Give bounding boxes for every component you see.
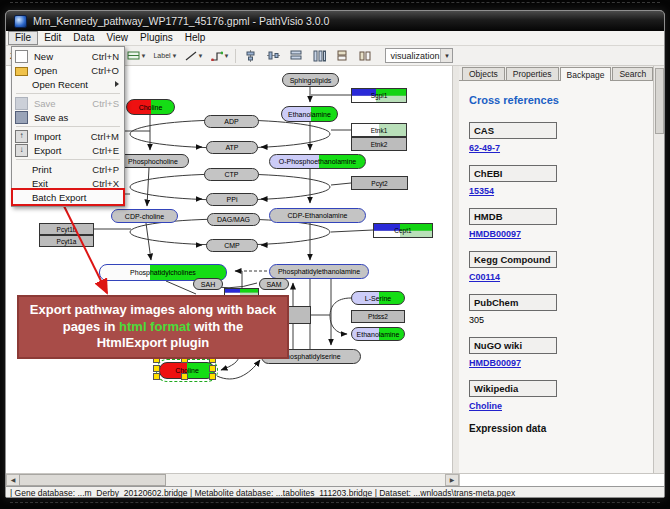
callout-line: pages in html format with the (63, 319, 244, 336)
node-cdp-ethanolamine[interactable]: CDP-Ethanolamine (269, 208, 366, 223)
xref-link[interactable]: Choline (469, 401, 502, 411)
node-ctp[interactable]: CTP (204, 168, 259, 181)
common-width-button[interactable] (310, 47, 328, 64)
node-adp[interactable]: ADP (204, 115, 259, 128)
node-choline-top[interactable]: Choline (126, 99, 175, 115)
file-menu-item-open-recent[interactable]: Open Recent (13, 77, 123, 91)
file-menu-item-save-as[interactable]: Save as (13, 110, 123, 124)
node-cmp[interactable]: CMP (206, 239, 258, 252)
file-menu-item-save[interactable]: SaveCtrl+S (13, 96, 123, 110)
xref-link[interactable]: 62-49-7 (469, 143, 500, 153)
file-menu-item-batch-export[interactable]: Batch Export (13, 190, 123, 204)
callout-text: Export pathway images along with back (30, 302, 276, 317)
file-menu-item-import[interactable]: ↑ImportCtrl+M (13, 129, 123, 143)
stack-horizontal-button[interactable] (356, 47, 374, 64)
xref-link[interactable]: 15354 (469, 186, 494, 196)
node-ethanolamine-top[interactable]: Ethanolamine (281, 106, 338, 122)
menu-view[interactable]: View (100, 31, 134, 45)
connector-icon (211, 51, 223, 61)
scrollbar-thumb[interactable] (19, 474, 166, 486)
datanode-tool-button[interactable]: ▼ (126, 47, 148, 64)
node-pcyt1a[interactable]: Pcyt1a (39, 235, 94, 247)
node-ppi[interactable]: PPi (206, 193, 258, 206)
menu-file[interactable]: File (8, 31, 38, 45)
tab-objects[interactable]: Objects (462, 67, 505, 80)
node-o-phosphoethanolamine[interactable]: O-Phosphoethanolamine (269, 154, 366, 169)
menu-item-label: Export (34, 145, 92, 156)
selection-handle[interactable] (181, 373, 188, 380)
import-icon: ↑ (15, 130, 28, 143)
xref-link[interactable]: HMDB00097 (469, 229, 521, 239)
tab-backpage[interactable]: Backpage (560, 67, 612, 81)
menu-item-shortcut: Ctrl+O (91, 65, 119, 76)
menu-help[interactable]: Help (179, 31, 212, 45)
align-center-icon (245, 50, 256, 62)
node-ptdss2[interactable]: Ptdss2 (351, 310, 405, 323)
xref-section-kegg-compound: Kegg CompoundC00114 (469, 251, 653, 282)
selection-handle[interactable] (209, 365, 216, 372)
menu-separator (16, 93, 120, 94)
file-menu-item-open[interactable]: OpenCtrl+O (13, 63, 123, 77)
align-middle-button[interactable] (264, 47, 282, 64)
node-sphingolipids[interactable]: Sphingolipids (282, 73, 339, 87)
scroll-right-icon[interactable]: ▶ (445, 474, 459, 486)
node-etnk2[interactable]: Etnk2 (351, 137, 407, 151)
canvas-horizontal-scrollbar[interactable]: ◀ ▶ (6, 474, 460, 486)
file-menu-item-export[interactable]: ↓ExportCtrl+E (13, 143, 123, 157)
title-bar[interactable]: Mm_Kennedy_pathway_WP1771_45176.gpml - P… (6, 11, 664, 31)
common-height-button[interactable] (287, 47, 305, 64)
align-center-button[interactable] (241, 47, 259, 64)
file-menu-item-print[interactable]: PrintCtrl+P (13, 162, 123, 176)
node-etnk1[interactable]: Etnk1 (351, 123, 407, 137)
menu-item-label: New (34, 51, 92, 62)
menu-data[interactable]: Data (67, 31, 100, 45)
panel-vertical-scrollbar[interactable] (653, 66, 665, 473)
node-pcyt2[interactable]: Pcyt2 (351, 176, 408, 190)
node-atp[interactable]: ATP (206, 141, 258, 154)
node-ethanolamine-bottom[interactable]: Ethanolamine (351, 327, 405, 341)
xref-link[interactable]: C00114 (469, 272, 500, 282)
tab-properties[interactable]: Properties (506, 67, 559, 80)
visualization-dropdown-icon[interactable]: ▼ (440, 49, 452, 62)
node-dag-mag[interactable]: DAG/MAG (207, 213, 260, 226)
annotation-callout: Export pathway images along with backpag… (17, 295, 289, 359)
selection-handle[interactable] (153, 365, 160, 372)
menu-item-label: Open (34, 65, 91, 76)
callout-line: HtmlExport plugin (97, 335, 210, 352)
node-pisd[interactable] (287, 306, 311, 324)
menu-icon-spacer (15, 79, 26, 90)
xref-link[interactable]: HMDB00097 (469, 358, 521, 368)
line-tool-button[interactable]: ▼ (184, 47, 205, 64)
status-bar: | Gene database: ...m_Derby_20120602.bri… (6, 486, 664, 498)
menu-edit[interactable]: Edit (38, 31, 67, 45)
node-sah[interactable]: SAH (193, 278, 223, 290)
file-menu-item-new[interactable]: NewCtrl+N (13, 49, 123, 63)
menu-icon-spacer (15, 178, 26, 189)
visualization-combobox[interactable]: visualization ▼ (385, 48, 453, 63)
tab-search[interactable]: Search (612, 67, 653, 80)
file-menu-item-exit[interactable]: ExitCtrl+X (13, 176, 123, 190)
xref-section-chebi: ChEBI15354 (469, 165, 653, 196)
menu-item-shortcut: Ctrl+E (92, 145, 119, 156)
scrollbar-thumb[interactable] (655, 68, 664, 134)
xref-source-name: Wikipedia (469, 380, 557, 397)
node-phosphocholine[interactable]: Phosphocholine (117, 154, 189, 168)
selection-handle[interactable] (209, 373, 216, 380)
menu-item-label: Print (32, 164, 92, 175)
connector-tool-button[interactable]: ▼ (210, 47, 231, 64)
selection-handle[interactable] (153, 373, 160, 380)
node-sgpl1[interactable]: Sgpl1 (351, 88, 407, 103)
node-l-serine[interactable]: L-Serine (351, 291, 405, 305)
stack-vertical-button[interactable] (333, 47, 351, 64)
menu-separator (16, 126, 120, 127)
scroll-left-icon[interactable]: ◀ (6, 474, 20, 486)
node-cept1[interactable]: Cept1 (373, 223, 433, 238)
node-cdp-choline[interactable]: CDP-choline (111, 209, 178, 223)
node-pcyt1b[interactable]: Pcyt1b (39, 223, 94, 235)
node-sam[interactable]: SAM (259, 278, 289, 290)
label-tool-button[interactable]: Label ▼ (152, 47, 178, 64)
menu-plugins[interactable]: Plugins (134, 31, 179, 45)
menu-item-shortcut: Ctrl+S (92, 98, 119, 109)
node-phosphatidylethanolamine[interactable]: Phosphatidylethanolamine (269, 264, 369, 279)
menu-icon-spacer (15, 192, 26, 203)
